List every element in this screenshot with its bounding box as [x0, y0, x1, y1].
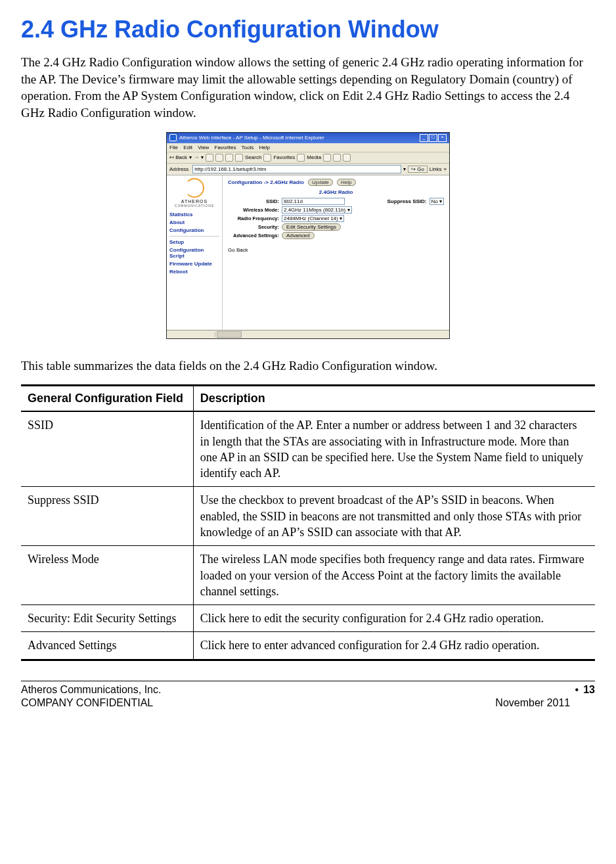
menu-view[interactable]: View [198, 145, 209, 150]
favorites-label[interactable]: Favorites [273, 154, 295, 160]
cell-desc: Click here to edit the security configur… [193, 605, 595, 632]
window-controls[interactable]: _□× [419, 134, 447, 142]
close-icon[interactable]: × [438, 134, 447, 142]
search-label[interactable]: Search [245, 154, 261, 160]
table-row: Wireless Mode The wireless LAN mode spec… [21, 546, 595, 605]
ie-window: Atheros Web Interface - AP Setup - Micro… [166, 132, 450, 339]
table-intro: This table summarizes the data fields on… [21, 357, 595, 375]
media-icon[interactable] [297, 154, 305, 162]
update-button[interactable]: Update [308, 179, 333, 186]
mail-icon[interactable] [333, 154, 341, 162]
page-footer: Atheros Communications, Inc. • 13 COMPAN… [21, 681, 595, 709]
footer-bullet: • [570, 684, 583, 696]
favorites-icon[interactable] [263, 154, 271, 162]
menu-favorites[interactable]: Favorites [215, 145, 236, 150]
ie-address-bar[interactable]: Address ▾ ↪ Go Links » [167, 164, 449, 175]
maximize-icon[interactable]: □ [429, 134, 437, 142]
go-button[interactable]: ↪ Go [408, 166, 428, 173]
ssid-label: SSID: [228, 198, 279, 204]
fields-table: General Configuration Field Description … [21, 384, 595, 661]
ie-status-bar [167, 330, 449, 338]
cell-field: Security: Edit Security Settings [21, 605, 193, 632]
stop-icon[interactable] [206, 154, 213, 162]
scrollbar-horizontal[interactable] [217, 331, 242, 338]
minimize-icon[interactable]: _ [420, 134, 428, 142]
ie-toolbar[interactable]: ↤ Back ▾→▾ Search Favorites Media [167, 152, 449, 164]
cell-desc: Identification of the AP. Enter a number… [193, 411, 595, 487]
print-icon[interactable] [343, 154, 351, 162]
menu-tools[interactable]: Tools [242, 145, 254, 150]
section-heading: 2.4 GHz Radio Configuration Window [21, 16, 595, 43]
ie-titlebar: Atheros Web Interface - AP Setup - Micro… [167, 133, 449, 143]
swirl-icon [185, 178, 204, 198]
footer-page-number: 13 [583, 684, 595, 696]
atheros-logo: ATHEROS COMMUNICATIONS [169, 178, 219, 208]
suppress-ssid-select[interactable]: No ▾ [429, 198, 444, 205]
cell-desc: The wireless LAN mode specifies both fre… [193, 546, 595, 605]
ie-logo-icon [169, 134, 177, 141]
intro-paragraph: The 2.4 GHz Radio Configuration window a… [21, 54, 595, 122]
col-header-field: General Configuration Field [21, 386, 193, 412]
table-row: Suppress SSID Use the checkbox to preven… [21, 487, 595, 546]
table-row: Security: Edit Security Settings Click h… [21, 605, 595, 632]
screenshot-figure: Atheros Web Interface - AP Setup - Micro… [21, 132, 595, 339]
radio-frequency-select[interactable]: 2484MHz (Channel 14) ▾ [282, 215, 344, 222]
history-icon[interactable] [323, 154, 331, 162]
radio-frequency-label: Radio Frequency: [228, 216, 279, 221]
go-back-button[interactable]: Go Back [228, 247, 248, 253]
cell-field: Suppress SSID [21, 487, 193, 546]
wireless-mode-select[interactable]: 2.4GHz 11Mbps (802.11b) ▾ [282, 206, 352, 214]
address-input[interactable] [192, 165, 401, 173]
suppress-ssid-label: Suppress SSID: [387, 198, 427, 204]
back-button[interactable]: ↤ Back [169, 154, 187, 160]
edit-security-button[interactable]: Edit Security Settings [282, 223, 341, 231]
main-panel: Configuration -> 2.4GHz Radio Update Hel… [223, 175, 449, 330]
menu-help[interactable]: Help [259, 145, 270, 150]
refresh-icon[interactable] [215, 154, 223, 162]
table-row: SSID Identification of the AP. Enter a n… [21, 411, 595, 487]
cell-field: Advanced Settings [21, 632, 193, 660]
sidebar-item-firmware[interactable]: Firmware Update [169, 261, 219, 267]
sidebar-item-statistics[interactable]: Statistics [169, 212, 219, 217]
panel-title: 2.4GHz Radio [228, 189, 444, 195]
sidebar-item-config-script[interactable]: Configuration Script [169, 247, 219, 259]
home-icon[interactable] [225, 154, 233, 162]
footer-company: Atheros Communications, Inc. [21, 684, 495, 696]
ie-menubar[interactable]: File Edit View Favorites Tools Help [167, 143, 449, 152]
window-title: Atheros Web Interface - AP Setup - Micro… [179, 135, 324, 141]
search-icon[interactable] [235, 154, 243, 162]
sidebar-item-reboot[interactable]: Reboot [169, 269, 219, 275]
sidebar-item-configuration[interactable]: Configuration [169, 227, 219, 233]
advanced-button[interactable]: Advanced [282, 232, 315, 239]
links-label[interactable]: Links [429, 166, 442, 172]
wireless-mode-label: Wireless Mode: [228, 207, 279, 213]
address-label: Address [169, 166, 188, 172]
advanced-settings-label: Advanced Settings: [228, 233, 279, 239]
media-label[interactable]: Media [307, 154, 321, 160]
menu-file[interactable]: File [169, 145, 178, 150]
help-button[interactable]: Help [337, 179, 355, 186]
cell-desc: Use the checkbox to prevent broadcast of… [193, 487, 595, 546]
menu-edit[interactable]: Edit [183, 145, 192, 150]
brand-sub: COMMUNICATIONS [169, 204, 219, 208]
ssid-input[interactable]: 802.11d [282, 198, 345, 205]
cell-desc: Click here to enter advanced configurati… [193, 632, 595, 660]
sidebar-item-setup[interactable]: Setup [169, 239, 219, 245]
footer-date: November 2011 [495, 697, 570, 709]
col-header-desc: Description [193, 386, 595, 412]
breadcrumb: Configuration -> 2.4GHz Radio [228, 179, 304, 185]
cell-field: Wireless Mode [21, 546, 193, 605]
security-label: Security: [228, 224, 279, 230]
cell-field: SSID [21, 411, 193, 487]
sidebar-item-about[interactable]: About [169, 219, 219, 225]
sidebar: ATHEROS COMMUNICATIONS Statistics About … [167, 175, 223, 330]
footer-confidential: COMPANY CONFIDENTIAL [21, 697, 495, 709]
brand-name: ATHEROS [169, 199, 219, 204]
table-row: Advanced Settings Click here to enter ad… [21, 632, 595, 660]
